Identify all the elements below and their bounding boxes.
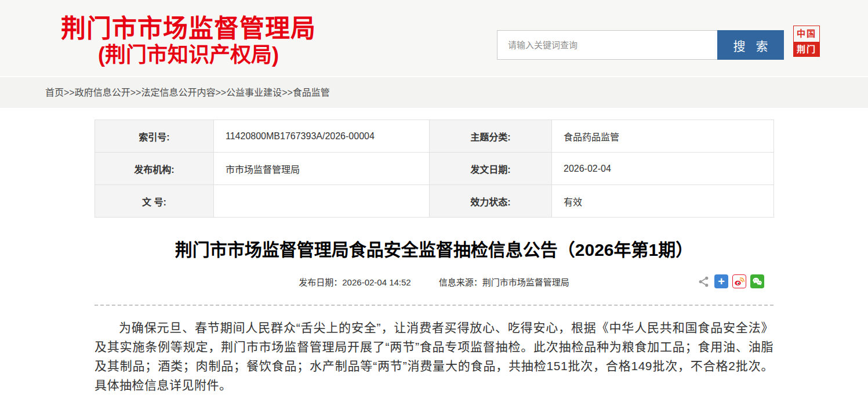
table-row: 索引号: 11420800MB1767393A/2026-00004 主题分类:…: [95, 120, 774, 153]
table-row: 文 号: 效力状态: 有效: [95, 185, 774, 218]
breadcrumb-bar: 首页>>政府信息公开>>法定信息公开内容>>公益事业建设>>食品监管: [0, 77, 868, 108]
search-button[interactable]: 搜 索: [717, 30, 784, 60]
article-title: 荆门市市场监督管理局食品安全监督抽检信息公告（2026年第1期）: [95, 237, 773, 263]
index-number-value: 11420800MB1767393A/2026-00004: [214, 120, 430, 153]
breadcrumb-item-legal-disclosure[interactable]: 法定信息公开内容: [141, 88, 215, 97]
validity-status-value: 有效: [552, 185, 774, 218]
document-info-table: 索引号: 11420800MB1767393A/2026-00004 主题分类:…: [95, 120, 774, 218]
breadcrumb-item-gov-info[interactable]: 政府信息公开: [75, 88, 130, 97]
index-number-label: 索引号:: [95, 120, 214, 153]
breadcrumb-separator: >>: [64, 88, 75, 97]
table-row: 发布机构: 市市场监督管理局 发文日期: 2026-02-04: [95, 153, 774, 185]
publisher-value: 市市场监督管理局: [214, 153, 430, 185]
article-meta-row: 发布日期：2026-02-04 14:52 信息来源：荆门市市场监督管理局 +: [95, 273, 773, 290]
doc-number-value: [214, 185, 430, 218]
topic-category-value: 食品药品监管: [552, 120, 774, 153]
breadcrumb: 首页>>政府信息公开>>法定信息公开内容>>公益事业建设>>食品监管: [0, 77, 868, 108]
breadcrumb-separator: >>: [282, 88, 293, 97]
validity-status-label: 效力状态:: [430, 185, 552, 218]
publisher-label: 发布机构:: [95, 153, 214, 185]
search-input[interactable]: [497, 31, 717, 59]
breadcrumb-item-home[interactable]: 首页: [45, 88, 64, 97]
org-name-line2: (荆门市知识产权局): [61, 43, 316, 67]
publish-date: 发布日期：2026-02-04 14:52: [299, 276, 411, 288]
weibo-icon[interactable]: [732, 274, 746, 288]
main-content: 索引号: 11420800MB1767393A/2026-00004 主题分类:…: [95, 108, 773, 395]
doc-number-label: 文 号:: [95, 185, 214, 218]
issue-date-label: 发文日期:: [430, 153, 552, 185]
breadcrumb-item-public-welfare[interactable]: 公益事业建设: [226, 88, 282, 97]
wechat-icon[interactable]: [750, 274, 764, 288]
breadcrumb-separator: >>: [215, 88, 226, 97]
org-name-line1: 荆门市市场监督管理局: [61, 14, 316, 43]
breadcrumb-item-food-supervision[interactable]: 食品监管: [293, 88, 330, 97]
site-header: 荆门市市场监督管理局 (荆门市知识产权局) 搜 索 中国 荆门: [0, 0, 868, 76]
china-jingmen-seal-logo[interactable]: 中国 荆门: [793, 26, 820, 57]
seal-bottom-text: 荆门: [793, 42, 820, 57]
seal-top-text: 中国: [793, 26, 820, 42]
site-logo-text: 荆门市市场监督管理局 (荆门市知识产权局): [61, 14, 316, 67]
share-buttons: +: [696, 273, 764, 290]
issue-date-value: 2026-02-04: [552, 153, 774, 185]
breadcrumb-separator: >>: [130, 88, 141, 97]
share-more-icon[interactable]: +: [714, 274, 728, 288]
page: 荆门市市场监督管理局 (荆门市知识产权局) 搜 索 中国 荆门 首页>>政府信息…: [0, 0, 868, 398]
topic-category-label: 主题分类:: [430, 120, 552, 153]
dashed-divider: [95, 305, 773, 306]
share-nodes-icon[interactable]: [696, 274, 710, 288]
info-source: 信息来源：荆门市市场监督管理局: [439, 276, 569, 288]
article-body-paragraph: 为确保元旦、春节期间人民群众“舌尖上的安全”，让消费者买得放心、吃得安心，根据《…: [95, 318, 773, 395]
search-box: [497, 30, 717, 60]
